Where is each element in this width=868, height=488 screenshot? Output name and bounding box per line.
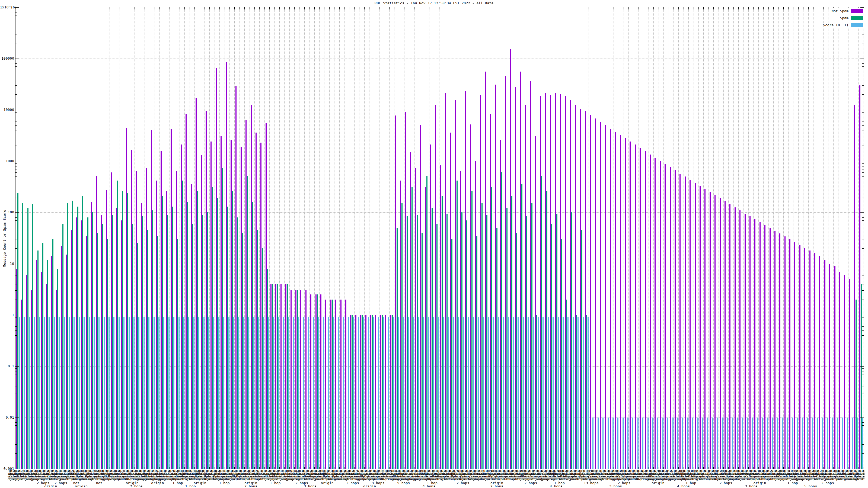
vertical-gridline [584, 7, 584, 469]
vertical-gridline [813, 7, 813, 469]
bar-not-spam [405, 112, 406, 469]
horizontal-gridline [16, 59, 864, 59]
x-tick-bottom [384, 466, 384, 469]
bar-not-spam [745, 214, 746, 469]
x-tick-top [354, 7, 354, 9]
x-tick-top [85, 7, 85, 9]
vertical-gridline [384, 7, 384, 469]
bar-score [458, 317, 459, 469]
bar-not-spam [170, 129, 172, 469]
bar-score [592, 418, 593, 469]
bar-not-spam [126, 128, 127, 469]
y-minor-tick-left [16, 371, 18, 371]
vertical-gridline [444, 7, 444, 469]
vertical-gridline [524, 7, 524, 469]
x-tick-bottom [100, 466, 100, 469]
x-tick-top [289, 7, 290, 9]
bar-not-spam [325, 300, 326, 469]
bar-not-spam [300, 290, 301, 469]
y-minor-tick-left [16, 393, 18, 393]
vertical-gridline [718, 7, 719, 469]
y-tick-label: 0.01 [0, 415, 14, 419]
bar-score [807, 418, 808, 469]
x-tick-bottom [624, 466, 624, 469]
bar-score [742, 418, 743, 469]
bar-score [632, 418, 633, 469]
x-tick-top [459, 7, 459, 9]
vertical-gridline [209, 7, 210, 469]
x-tick-top [319, 7, 319, 9]
bar-not-spam [241, 147, 242, 469]
legend-row-spam: Spam [840, 15, 863, 21]
x-tick-top [524, 7, 524, 9]
bar-spam [167, 215, 168, 469]
x-tick-top [125, 7, 125, 9]
y-minor-tick-left [16, 425, 18, 426]
bar-not-spam [96, 176, 97, 469]
bar-score [144, 317, 145, 469]
bar-score [318, 317, 319, 469]
y-minor-tick-left [16, 279, 18, 279]
bar-not-spam [66, 255, 67, 469]
bar-spam [42, 243, 43, 469]
bar-score [553, 317, 554, 469]
bar-score [752, 418, 753, 469]
x-tick-top [688, 7, 689, 9]
bar-score [308, 317, 309, 469]
bar-not-spam [131, 150, 132, 469]
bar-score [19, 317, 20, 469]
bar-score [712, 418, 713, 469]
x-tick-bottom [544, 466, 544, 469]
bar-not-spam [51, 256, 52, 469]
bar-spam [442, 196, 443, 469]
x-tick-top [529, 7, 529, 9]
vertical-gridline [419, 7, 420, 469]
bar-not-spam [111, 172, 112, 469]
bar-score [548, 317, 549, 469]
x-tick-bottom [758, 466, 759, 469]
bar-not-spam [31, 290, 32, 469]
x-tick-bottom [85, 466, 85, 469]
bar-spam [62, 224, 63, 469]
bar-score [772, 418, 773, 469]
bar-spam [351, 315, 352, 469]
bar-not-spam [585, 111, 586, 469]
y-minor-tick-left [16, 233, 18, 233]
y-tick-label: 10 [0, 262, 14, 266]
bar-score [278, 317, 279, 469]
vertical-gridline [424, 7, 424, 469]
bar-spam [556, 214, 557, 469]
bar-not-spam [640, 148, 641, 469]
bar-not-spam [310, 294, 311, 469]
y-minor-tick-left [16, 79, 18, 79]
bar-spam [137, 243, 138, 469]
y-minor-tick-left [16, 121, 18, 122]
bar-spam [586, 315, 587, 469]
x-tick-bottom [90, 466, 90, 469]
bar-not-spam [670, 167, 671, 469]
x-tick-bottom [334, 466, 335, 469]
x-axis-label-fragment: 2 hops [524, 481, 537, 485]
vertical-gridline [25, 7, 25, 469]
x-axis-label-fragment: origin [321, 481, 334, 485]
bar-score [29, 317, 30, 469]
x-tick-top [728, 7, 728, 9]
bar-not-spam [176, 171, 177, 469]
vertical-gridline [474, 7, 474, 469]
bar-not-spam [700, 186, 701, 469]
rbl-statistics-chart: RBL Statistics - Thu Nov 17 12:58:34 EST… [0, 0, 868, 488]
vertical-gridline [509, 7, 509, 469]
y-minor-tick-left [16, 239, 18, 239]
vertical-gridline [619, 7, 619, 469]
y-minor-tick-right [862, 137, 864, 137]
bar-score [198, 317, 199, 469]
vertical-gridline [205, 7, 205, 469]
bar-spam [511, 196, 513, 469]
bar-score [513, 317, 514, 469]
bar-score [39, 317, 40, 469]
vertical-gridline [808, 7, 809, 469]
x-tick-bottom [663, 466, 664, 469]
bar-spam [536, 315, 537, 469]
bar-spam [861, 284, 862, 469]
bar-not-spam [141, 203, 142, 469]
